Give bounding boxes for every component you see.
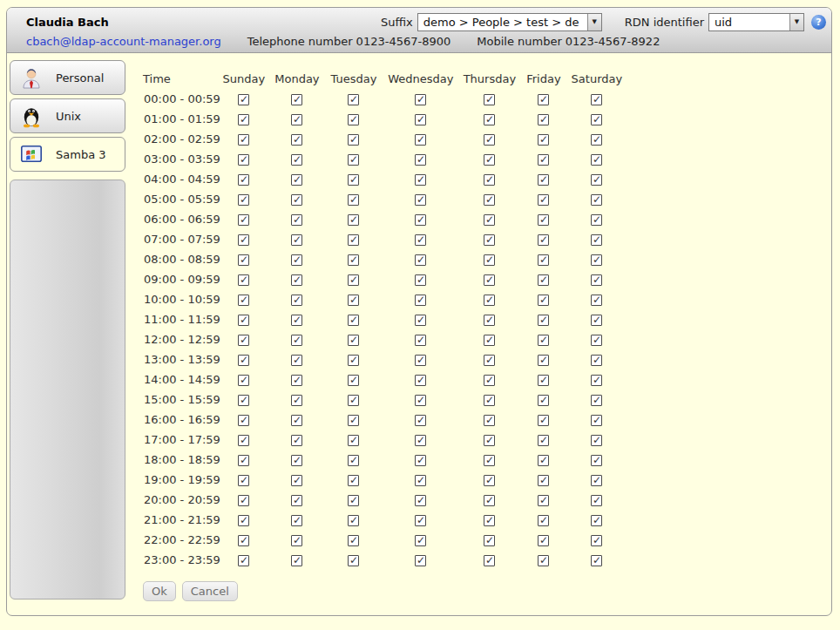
hour-checkbox-sunday-0[interactable] (238, 94, 249, 105)
hour-checkbox-sunday-5[interactable] (238, 194, 249, 206)
hour-checkbox-saturday-2[interactable] (591, 134, 602, 146)
hour-checkbox-tuesday-7[interactable] (348, 234, 359, 246)
hour-checkbox-wednesday-13[interactable] (415, 355, 426, 366)
hour-checkbox-saturday-18[interactable] (591, 455, 602, 466)
hour-checkbox-friday-14[interactable] (538, 375, 549, 386)
hour-checkbox-saturday-17[interactable] (591, 435, 602, 446)
hour-checkbox-tuesday-1[interactable] (348, 114, 359, 125)
hour-checkbox-saturday-23[interactable] (591, 555, 602, 566)
hour-checkbox-wednesday-7[interactable] (415, 234, 426, 246)
hour-checkbox-monday-14[interactable] (291, 375, 302, 386)
hour-checkbox-saturday-7[interactable] (591, 234, 602, 246)
hour-checkbox-monday-9[interactable] (291, 274, 302, 286)
hour-checkbox-tuesday-3[interactable] (348, 154, 359, 166)
hour-checkbox-saturday-5[interactable] (591, 194, 602, 206)
hour-checkbox-friday-20[interactable] (538, 495, 549, 506)
hour-checkbox-sunday-18[interactable] (238, 455, 249, 466)
hour-checkbox-monday-20[interactable] (291, 495, 302, 506)
hour-checkbox-monday-22[interactable] (291, 535, 302, 546)
hour-checkbox-wednesday-23[interactable] (415, 555, 426, 566)
hour-checkbox-saturday-14[interactable] (591, 375, 602, 386)
hour-checkbox-thursday-12[interactable] (484, 335, 495, 346)
hour-checkbox-monday-5[interactable] (291, 194, 302, 206)
hour-checkbox-saturday-10[interactable] (591, 295, 602, 306)
hour-checkbox-saturday-3[interactable] (591, 154, 602, 166)
hour-checkbox-sunday-10[interactable] (238, 295, 249, 306)
hour-checkbox-wednesday-6[interactable] (415, 214, 426, 226)
hour-checkbox-saturday-15[interactable] (591, 395, 602, 406)
hour-checkbox-tuesday-11[interactable] (348, 315, 359, 326)
hour-checkbox-friday-16[interactable] (538, 415, 549, 426)
hour-checkbox-friday-17[interactable] (538, 435, 549, 446)
hour-checkbox-thursday-23[interactable] (484, 555, 495, 566)
hour-checkbox-wednesday-2[interactable] (415, 134, 426, 146)
hour-checkbox-thursday-18[interactable] (484, 455, 495, 466)
hour-checkbox-monday-13[interactable] (291, 355, 302, 366)
help-icon[interactable]: ? (811, 15, 826, 30)
hour-checkbox-tuesday-6[interactable] (348, 214, 359, 226)
tab-personal[interactable]: Personal (10, 60, 125, 95)
hour-checkbox-tuesday-21[interactable] (348, 515, 359, 526)
hour-checkbox-wednesday-8[interactable] (415, 254, 426, 266)
hour-checkbox-thursday-14[interactable] (484, 375, 495, 386)
hour-checkbox-sunday-2[interactable] (238, 134, 249, 146)
hour-checkbox-thursday-15[interactable] (484, 395, 495, 406)
hour-checkbox-friday-3[interactable] (538, 154, 549, 166)
hour-checkbox-sunday-22[interactable] (238, 535, 249, 546)
hour-checkbox-sunday-9[interactable] (238, 274, 249, 286)
hour-checkbox-tuesday-8[interactable] (348, 254, 359, 266)
hour-checkbox-sunday-11[interactable] (238, 315, 249, 326)
hour-checkbox-saturday-13[interactable] (591, 355, 602, 366)
hour-checkbox-saturday-9[interactable] (591, 274, 602, 286)
hour-checkbox-friday-12[interactable] (538, 335, 549, 346)
hour-checkbox-saturday-22[interactable] (591, 535, 602, 546)
hour-checkbox-friday-11[interactable] (538, 315, 549, 326)
hour-checkbox-sunday-23[interactable] (238, 555, 249, 566)
hour-checkbox-wednesday-14[interactable] (415, 375, 426, 386)
hour-checkbox-wednesday-1[interactable] (415, 114, 426, 125)
hour-checkbox-sunday-20[interactable] (238, 495, 249, 506)
hour-checkbox-friday-1[interactable] (538, 114, 549, 125)
hour-checkbox-saturday-16[interactable] (591, 415, 602, 426)
hour-checkbox-thursday-13[interactable] (484, 355, 495, 366)
hour-checkbox-wednesday-11[interactable] (415, 315, 426, 326)
hour-checkbox-saturday-4[interactable] (591, 174, 602, 186)
hour-checkbox-tuesday-20[interactable] (348, 495, 359, 506)
hour-checkbox-monday-23[interactable] (291, 555, 302, 566)
hour-checkbox-tuesday-12[interactable] (348, 335, 359, 346)
tab-unix[interactable]: Unix (10, 98, 125, 133)
hour-checkbox-friday-5[interactable] (538, 194, 549, 206)
hour-checkbox-thursday-0[interactable] (484, 94, 495, 105)
hour-checkbox-friday-23[interactable] (538, 555, 549, 566)
hour-checkbox-wednesday-16[interactable] (415, 415, 426, 426)
hour-checkbox-thursday-20[interactable] (484, 495, 495, 506)
hour-checkbox-monday-2[interactable] (291, 134, 302, 146)
hour-checkbox-monday-3[interactable] (291, 154, 302, 166)
hour-checkbox-sunday-13[interactable] (238, 355, 249, 366)
hour-checkbox-monday-12[interactable] (291, 335, 302, 346)
hour-checkbox-friday-10[interactable] (538, 295, 549, 306)
hour-checkbox-saturday-20[interactable] (591, 495, 602, 506)
hour-checkbox-saturday-19[interactable] (591, 475, 602, 486)
hour-checkbox-thursday-6[interactable] (484, 214, 495, 226)
hour-checkbox-friday-21[interactable] (538, 515, 549, 526)
hour-checkbox-wednesday-9[interactable] (415, 274, 426, 286)
hour-checkbox-tuesday-14[interactable] (348, 375, 359, 386)
hour-checkbox-monday-1[interactable] (291, 114, 302, 125)
hour-checkbox-friday-2[interactable] (538, 134, 549, 146)
hour-checkbox-monday-6[interactable] (291, 214, 302, 226)
hour-checkbox-thursday-11[interactable] (484, 315, 495, 326)
hour-checkbox-monday-19[interactable] (291, 475, 302, 486)
hour-checkbox-monday-17[interactable] (291, 435, 302, 446)
hour-checkbox-monday-0[interactable] (291, 94, 302, 105)
rdn-identifier-dropdown[interactable]: uid ▼ (708, 13, 804, 31)
hour-checkbox-saturday-0[interactable] (591, 94, 602, 105)
hour-checkbox-tuesday-15[interactable] (348, 395, 359, 406)
hour-checkbox-tuesday-23[interactable] (348, 555, 359, 566)
hour-checkbox-saturday-1[interactable] (591, 114, 602, 125)
hour-checkbox-friday-19[interactable] (538, 475, 549, 486)
hour-checkbox-tuesday-19[interactable] (348, 475, 359, 486)
hour-checkbox-thursday-8[interactable] (484, 254, 495, 266)
hour-checkbox-monday-10[interactable] (291, 295, 302, 306)
hour-checkbox-thursday-1[interactable] (484, 114, 495, 125)
